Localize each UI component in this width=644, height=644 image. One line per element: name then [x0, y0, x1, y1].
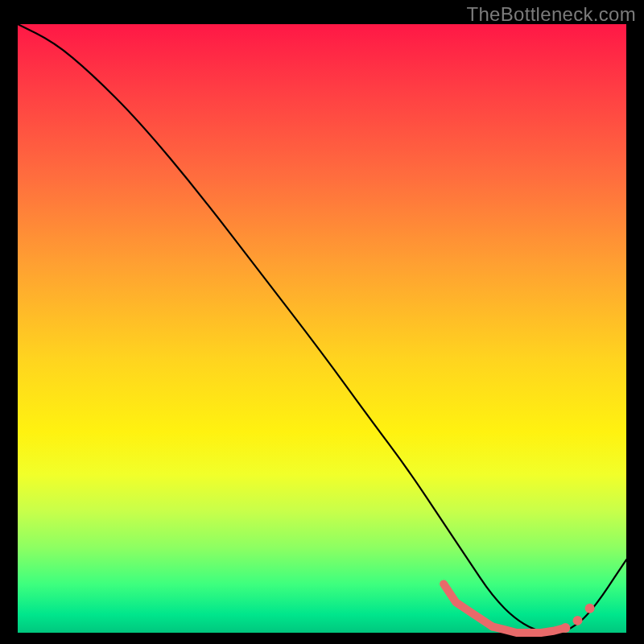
bottleneck-curve	[18, 24, 626, 633]
watermark-text: TheBottleneck.com	[466, 3, 636, 26]
highlight-dots	[444, 584, 594, 633]
highlight-dot	[560, 623, 570, 633]
plot-area	[18, 24, 626, 633]
curve-layer	[18, 24, 626, 633]
highlight-dot	[573, 616, 583, 625]
chart-frame: TheBottleneck.com	[0, 0, 644, 644]
highlight-dot	[585, 604, 595, 613]
highlight-segment	[444, 584, 492, 627]
highlight-segment	[493, 626, 529, 633]
